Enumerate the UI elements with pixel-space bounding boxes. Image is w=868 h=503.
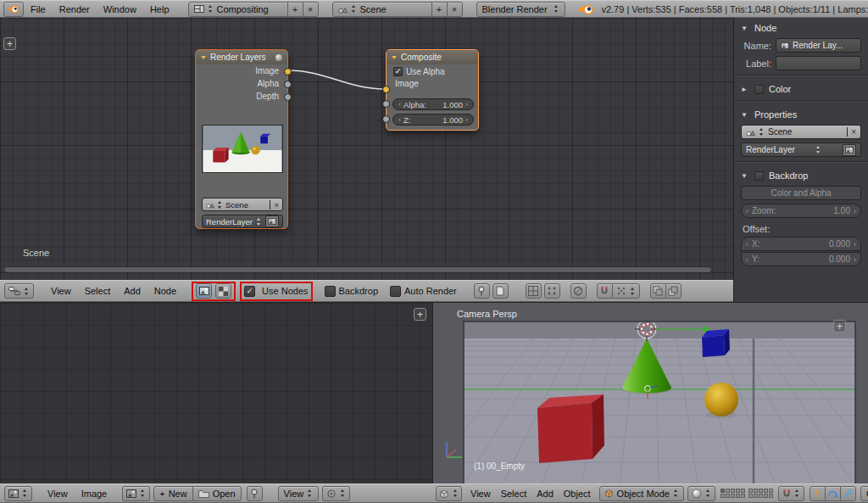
- menu-object[interactable]: Object: [559, 489, 596, 499]
- shading-selector[interactable]: [687, 486, 715, 501]
- pivot-selector[interactable]: [322, 486, 350, 501]
- mode-selector[interactable]: Object Mode: [599, 486, 684, 501]
- node-scene-selector[interactable]: Scene ×: [202, 198, 283, 211]
- backdrop-section-header[interactable]: ▼ Backdrop: [734, 165, 868, 184]
- node-preview-toggle-icon[interactable]: [275, 54, 282, 61]
- alpha-input-socket[interactable]: [382, 100, 390, 108]
- app-menu-button[interactable]: [3, 2, 24, 17]
- collapse-triangle-icon[interactable]: [201, 56, 206, 59]
- manipulator-scale-toggle[interactable]: [840, 486, 856, 501]
- snap-element-selector[interactable]: [612, 283, 640, 299]
- render-engine-selector[interactable]: Blender Render: [476, 2, 566, 17]
- snap-selector[interactable]: [778, 486, 804, 501]
- screen-layout-selector[interactable]: Compositing: [188, 2, 288, 17]
- decrement-icon[interactable]: ‹: [746, 255, 748, 264]
- proportional-edit-button[interactable]: [570, 283, 587, 299]
- expand-triangle-icon[interactable]: ▼: [741, 25, 749, 32]
- orientation-selector[interactable]: Global: [860, 486, 868, 501]
- 3d-viewport[interactable]: Camera Persp (1) 00_Empty +: [432, 302, 868, 483]
- menu-node[interactable]: Node: [147, 286, 183, 296]
- properties-section-header[interactable]: ▼ Properties: [734, 104, 868, 123]
- menu-help[interactable]: Help: [143, 4, 176, 14]
- decrement-icon[interactable]: ‹: [746, 207, 748, 215]
- rerender-layer-button[interactable]: [843, 144, 856, 156]
- menu-window[interactable]: Window: [97, 4, 143, 14]
- alpha-output-socket[interactable]: [284, 81, 292, 88]
- menu-image[interactable]: Image: [75, 489, 114, 499]
- image-datablock-selector[interactable]: [122, 486, 150, 501]
- open-image-button[interactable]: Open: [192, 486, 242, 501]
- layout-grid-button[interactable]: [544, 283, 560, 299]
- depth-output-socket[interactable]: [284, 93, 292, 101]
- image-editor-area[interactable]: +: [0, 302, 432, 483]
- backdrop-channels-selector[interactable]: Color and Alpha: [741, 186, 861, 200]
- image-input-socket[interactable]: [382, 86, 390, 93]
- backdrop-checkbox[interactable]: [325, 286, 336, 297]
- menu-file[interactable]: File: [24, 4, 53, 14]
- use-alpha-checkbox[interactable]: ✓: [393, 67, 403, 76]
- layers-widget[interactable]: [721, 489, 773, 498]
- increment-icon[interactable]: ›: [465, 115, 468, 124]
- offset-x-field[interactable]: ‹ X: 0.000 ›: [741, 237, 861, 251]
- backdrop-zoom-slider[interactable]: ‹ Zoom: 1.00 ›: [741, 204, 861, 218]
- node-header[interactable]: Composite: [387, 50, 478, 64]
- expand-triangle-icon[interactable]: ▼: [741, 172, 749, 180]
- 3d-viewport-canvas[interactable]: Camera Persp (1) 00_Empty: [433, 303, 868, 484]
- region-expand-handle[interactable]: +: [3, 37, 16, 50]
- node-section-header[interactable]: ▼ Node: [734, 18, 868, 36]
- decrement-icon[interactable]: ‹: [398, 100, 401, 109]
- expand-triangle-icon[interactable]: ►: [741, 86, 749, 93]
- new-image-button[interactable]: + New: [153, 486, 192, 501]
- editor-type-selector-image[interactable]: [4, 486, 32, 501]
- alpha-value-slider[interactable]: ‹ Alpha: 1.000 ›: [392, 98, 474, 110]
- increment-icon[interactable]: ›: [854, 207, 856, 215]
- node-header[interactable]: Render Layers: [196, 50, 287, 64]
- swap-screen-button[interactable]: [665, 283, 682, 299]
- decrement-icon[interactable]: ‹: [746, 240, 748, 249]
- grease-pencil-grid-button[interactable]: [526, 283, 542, 299]
- manipulator-rotate-toggle[interactable]: [825, 486, 841, 501]
- color-checkbox[interactable]: [754, 85, 764, 94]
- texture-nodes-toggle[interactable]: [215, 283, 231, 299]
- offset-y-field[interactable]: ‹ Y: 0.000 ›: [741, 252, 861, 266]
- menu-select[interactable]: Select: [496, 489, 532, 499]
- menu-select[interactable]: Select: [78, 286, 118, 296]
- menu-add[interactable]: Add: [531, 489, 559, 499]
- layers-grid-right[interactable]: [748, 489, 773, 498]
- editor-type-selector-3d[interactable]: [436, 486, 462, 501]
- horizontal-scrollbar[interactable]: [3, 266, 712, 273]
- add-scene-button[interactable]: +: [431, 2, 448, 17]
- remove-scene-button[interactable]: ×: [447, 2, 463, 17]
- increment-icon[interactable]: ›: [854, 255, 856, 264]
- region-expand-handle[interactable]: +: [414, 308, 426, 321]
- node-layer-selector[interactable]: RenderLayer: [202, 215, 283, 228]
- layers-grid-left[interactable]: [721, 489, 745, 498]
- menu-view[interactable]: View: [465, 489, 496, 499]
- decrement-icon[interactable]: ‹: [398, 115, 401, 124]
- pin-toggle[interactable]: [247, 486, 263, 501]
- copy-screen-button[interactable]: [650, 283, 666, 299]
- unlink-scene-icon[interactable]: ×: [270, 200, 279, 210]
- rerender-layer-button[interactable]: [265, 215, 279, 227]
- editor-type-selector-node[interactable]: [4, 283, 34, 299]
- use-nodes-checkbox[interactable]: ✓: [244, 286, 255, 297]
- add-layout-button[interactable]: +: [287, 2, 303, 17]
- panel-layer-selector[interactable]: RenderLayer: [741, 143, 861, 157]
- collapse-triangle-icon[interactable]: [392, 56, 397, 59]
- render-layers-node[interactable]: Render Layers Image Alpha Depth Scene: [195, 49, 288, 229]
- auto-render-checkbox[interactable]: [390, 286, 401, 297]
- unlink-scene-icon[interactable]: ×: [847, 127, 856, 137]
- menu-view[interactable]: View: [44, 286, 78, 296]
- pin-toggle[interactable]: [474, 283, 490, 299]
- scene-selector[interactable]: Scene: [332, 2, 432, 17]
- backdrop-checkbox[interactable]: [754, 171, 764, 181]
- node-editor-area[interactable]: + Render Layers Image Alpha Depth: [0, 18, 733, 280]
- z-value-slider[interactable]: ‹ Z: 1.000 ›: [392, 114, 474, 126]
- node-name-field[interactable]: Render Lay...: [776, 38, 861, 53]
- composite-node[interactable]: Composite ✓ Use Alpha Image ‹ Alpha: 1.0…: [386, 49, 479, 131]
- compositing-nodes-toggle[interactable]: [196, 283, 212, 299]
- uv-view-mode-selector[interactable]: View: [278, 486, 320, 501]
- expand-triangle-icon[interactable]: ▼: [741, 111, 749, 119]
- image-output-socket[interactable]: [284, 68, 292, 75]
- color-section-header[interactable]: ► Color: [734, 79, 868, 98]
